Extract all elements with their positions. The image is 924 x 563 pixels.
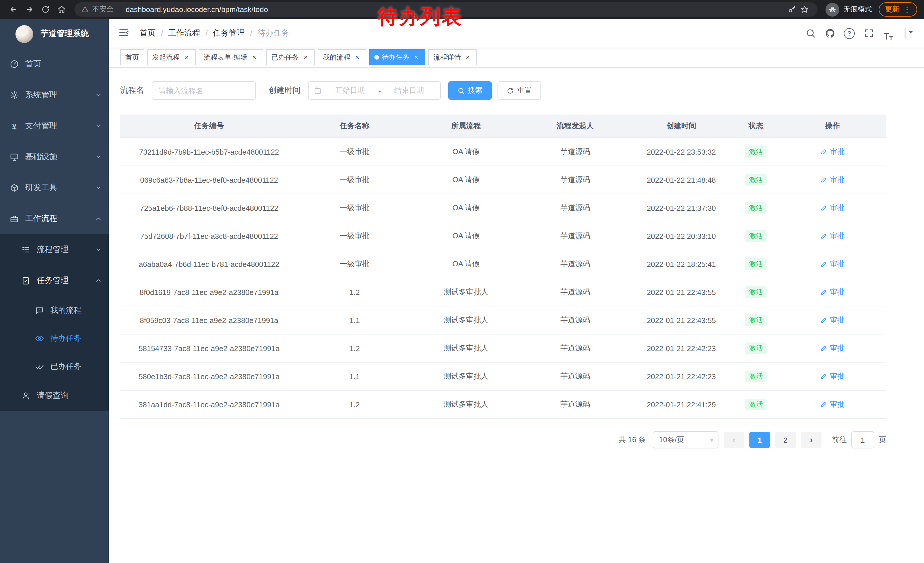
table-row: 58154733-7ac8-11ec-a9e2-a2380e71991a 1.2… — [120, 334, 886, 362]
edit-icon — [820, 261, 828, 267]
caret-down-icon[interactable] — [909, 31, 913, 36]
table-row: 73211d9d-7b9b-11ec-b5b7-acde48001122 一级审… — [120, 138, 886, 166]
reset-button[interactable]: 重置 — [498, 81, 541, 100]
url-bar[interactable]: 不安全 dashboard.yudao.iocoder.cn/bpm/task/… — [74, 2, 818, 17]
security-label: 不安全 — [92, 5, 114, 14]
app-logo-image — [15, 25, 33, 43]
approve-link[interactable]: 审批 — [820, 175, 845, 185]
end-date-placeholder[interactable]: 结束日期 — [383, 86, 435, 96]
approve-link[interactable]: 审批 — [820, 147, 845, 157]
chevron-up-icon — [95, 215, 102, 222]
tab-todo-task[interactable]: 待办任务 × — [369, 49, 425, 65]
status-badge: 激活 — [745, 342, 767, 354]
col-process: 所属流程 — [411, 114, 521, 138]
browser-update-button[interactable]: 更新 ⋮ — [879, 2, 917, 17]
tab-home[interactable]: 首页 — [120, 49, 144, 65]
back-button[interactable] — [6, 2, 21, 17]
sidebar-item-leave-query[interactable]: 请假查询 — [0, 380, 109, 411]
tab-start-process[interactable]: 发起流程 × — [147, 49, 196, 65]
monitor-icon — [10, 152, 19, 162]
user-menu[interactable] — [904, 28, 906, 38]
create-time-label: 创建时间 — [268, 86, 300, 96]
font-size-icon[interactable]: TT — [880, 26, 896, 41]
approve-link[interactable]: 审批 — [820, 231, 845, 241]
start-date-placeholder[interactable]: 开始日期 — [324, 86, 376, 96]
github-icon[interactable] — [822, 26, 837, 41]
sidebar-item-task-mgmt[interactable]: 任务管理 — [0, 265, 109, 296]
double-check-icon — [35, 362, 44, 371]
approve-link[interactable]: 审批 — [820, 203, 845, 213]
process-name-label: 流程名 — [120, 86, 144, 96]
edit-icon — [820, 401, 828, 408]
edit-icon — [820, 204, 828, 211]
col-task-name: 任务名称 — [298, 114, 411, 138]
sidebar-item-workflow[interactable]: 工作流程 — [0, 203, 109, 234]
eye-icon — [35, 333, 44, 343]
edit-icon — [820, 148, 828, 155]
date-range-picker[interactable]: 开始日期 - 结束日期 — [308, 81, 441, 100]
chat-icon — [35, 306, 44, 315]
fullscreen-icon[interactable] — [861, 26, 876, 41]
sidebar-item-my-process[interactable]: 我的流程 — [0, 296, 109, 324]
tab-process-detail[interactable]: 流程详情 × — [428, 49, 477, 65]
sidebar-item-home[interactable]: 首页 — [0, 49, 109, 80]
pagination-total: 共 16 条 — [619, 435, 646, 445]
search-icon[interactable] — [802, 26, 818, 41]
sidebar-item-payment[interactable]: ¥ 支付管理 — [0, 111, 109, 141]
tab-close-icon[interactable]: × — [302, 53, 310, 61]
tab-my-process[interactable]: 我的流程 × — [318, 49, 366, 65]
forward-button[interactable] — [22, 2, 37, 17]
table-row: 8f059c03-7ac8-11ec-a9e2-a2380e71991a 1.1… — [120, 306, 886, 334]
user-avatar[interactable] — [904, 27, 906, 38]
breadcrumb-task-mgmt[interactable]: 任务管理 — [213, 28, 245, 38]
app-logo[interactable]: 芋道管理系统 — [0, 19, 109, 49]
clipboard-icon — [21, 276, 30, 285]
sidebar-item-infra[interactable]: 基础设施 — [0, 141, 109, 173]
page-size-select[interactable]: 10条/页 ▾ — [652, 431, 718, 449]
status-badge: 激活 — [745, 371, 767, 382]
approve-link[interactable]: 审批 — [820, 259, 845, 269]
page-button-2[interactable]: 2 — [775, 432, 796, 448]
tab-process-form-edit[interactable]: 流程表单-编辑 × — [199, 49, 263, 65]
sidebar-item-devtools[interactable]: 研发工具 — [0, 173, 109, 203]
password-key-icon[interactable] — [786, 3, 798, 16]
collapse-sidebar-icon[interactable] — [118, 27, 130, 39]
status-badge: 激活 — [745, 146, 767, 158]
tab-close-icon[interactable]: × — [412, 53, 420, 61]
browser-menu-icon[interactable]: ⋮ — [903, 6, 911, 13]
sidebar-item-system[interactable]: 系统管理 — [0, 80, 109, 111]
sidebar-item-done-task[interactable]: 已办任务 — [0, 352, 109, 380]
tab-close-icon[interactable]: × — [183, 53, 190, 61]
table-row: 069c6a63-7b8a-11ec-8ef0-acde48001122 一级审… — [120, 166, 886, 194]
cube-icon — [10, 183, 19, 192]
goto-page-input[interactable] — [851, 431, 874, 449]
tab-close-icon[interactable]: × — [353, 53, 361, 61]
approve-link[interactable]: 审批 — [820, 343, 845, 353]
sidebar-item-todo-task[interactable]: 待办任务 — [0, 324, 109, 352]
top-navbar: 首页 / 工作流程 / 任务管理 / 待办任务 ? — [109, 19, 924, 48]
help-icon[interactable]: ? — [842, 26, 857, 41]
col-action: 操作 — [779, 114, 886, 138]
process-name-input[interactable] — [152, 81, 256, 100]
tags-view-bar: 首页 发起流程 × 流程表单-编辑 × 已办任务 × 我的流程 × — [109, 48, 924, 68]
page-button-1[interactable]: 1 — [749, 432, 770, 448]
tab-close-icon[interactable]: × — [464, 53, 472, 61]
security-chip[interactable]: 不安全 — [81, 5, 114, 14]
approve-link[interactable]: 审批 — [820, 371, 845, 381]
approve-link[interactable]: 审批 — [820, 315, 845, 325]
url-text: dashboard.yudao.iocoder.cn/bpm/task/todo — [126, 5, 786, 14]
prev-page-button[interactable]: ‹ — [724, 432, 744, 448]
tab-done-task[interactable]: 已办任务 × — [266, 49, 315, 65]
reload-button[interactable] — [38, 2, 52, 17]
breadcrumb-workflow[interactable]: 工作流程 — [168, 28, 200, 38]
home-button[interactable] — [54, 2, 69, 17]
bookmark-star-icon[interactable] — [798, 3, 811, 16]
next-page-button[interactable]: › — [801, 432, 822, 448]
approve-link[interactable]: 审批 — [820, 287, 845, 297]
breadcrumb-home[interactable]: 首页 — [140, 28, 156, 38]
approve-link[interactable]: 审批 — [820, 399, 845, 410]
search-button[interactable]: 搜索 — [448, 81, 492, 100]
caret-down-icon: ▾ — [710, 437, 713, 443]
sidebar-item-process-mgmt[interactable]: 流程管理 — [0, 234, 109, 265]
tab-close-icon[interactable]: × — [250, 53, 258, 61]
